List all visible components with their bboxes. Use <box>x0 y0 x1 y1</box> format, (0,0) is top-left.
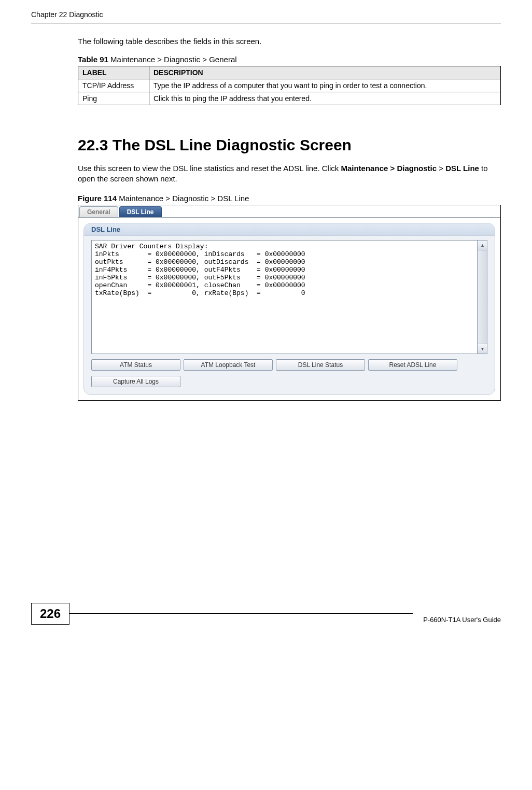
scroll-up-icon[interactable]: ▴ <box>478 241 487 250</box>
running-head: Chapter 22 Diagnostic <box>31 10 501 20</box>
footer-rule <box>69 613 413 614</box>
guide-name: P-660N-T1A User's Guide <box>413 616 501 625</box>
reset-adsl-line-button[interactable]: Reset ADSL Line <box>368 359 457 371</box>
body-part2: > <box>437 164 445 173</box>
body-bold2: DSL Line <box>445 164 479 173</box>
section-number: 22.3 <box>78 136 108 153</box>
panel-title: DSL Line <box>84 223 495 236</box>
header-rule <box>31 23 501 23</box>
table-91: LABEL DESCRIPTION TCP/IP Address Type th… <box>78 66 501 105</box>
log-textarea-wrap: SAR Driver Counters Display: inPkts = 0x… <box>91 240 487 354</box>
dsl-line-status-button[interactable]: DSL Line Status <box>276 359 365 371</box>
log-textarea[interactable]: SAR Driver Counters Display: inPkts = 0x… <box>91 240 477 354</box>
section-title: The DSL Line Diagnostic Screen <box>108 136 352 153</box>
table-row: Ping Click this to ping the IP address t… <box>78 92 501 105</box>
atm-status-button[interactable]: ATM Status <box>91 359 180 371</box>
page-number: 226 <box>31 603 69 625</box>
scroll-down-icon[interactable]: ▾ <box>478 344 487 354</box>
th-label: LABEL <box>78 66 149 79</box>
scrollbar[interactable]: ▴ ▾ <box>477 240 487 354</box>
cell-label: TCP/IP Address <box>78 79 149 92</box>
cell-label: Ping <box>78 92 149 105</box>
cell-desc: Click this to ping the IP address that y… <box>149 92 501 105</box>
intro-paragraph: The following table describes the fields… <box>78 37 501 46</box>
section-body: Use this screen to view the DSL line sta… <box>78 163 501 185</box>
tab-dsl-line[interactable]: DSL Line <box>119 206 162 217</box>
atm-loopback-test-button[interactable]: ATM Loopback Test <box>184 359 273 371</box>
body-bold1: Maintenance > Diagnostic <box>341 164 437 173</box>
table-caption-rest: Maintenance > Diagnostic > General <box>108 55 237 64</box>
capture-all-logs-button[interactable]: Capture All Logs <box>91 376 180 387</box>
th-description: DESCRIPTION <box>149 66 501 79</box>
screenshot-frame: General DSL Line DSL Line SAR Driver Cou… <box>78 205 501 401</box>
dsl-line-panel: DSL Line SAR Driver Counters Display: in… <box>83 223 495 395</box>
table-caption: Table 91 Maintenance > Diagnostic > Gene… <box>78 55 501 64</box>
figure-caption: Figure 114 Maintenance > Diagnostic > DS… <box>78 194 501 203</box>
table-row: TCP/IP Address Type the IP address of a … <box>78 79 501 92</box>
body-part1: Use this screen to view the DSL line sta… <box>78 164 341 173</box>
tab-row: General DSL Line <box>78 205 500 218</box>
cell-desc: Type the IP address of a computer that y… <box>149 79 501 92</box>
section-heading: 22.3 The DSL Line Diagnostic Screen <box>78 136 501 154</box>
tab-general[interactable]: General <box>79 206 118 217</box>
figure-number: Figure 114 <box>78 194 117 203</box>
figure-caption-rest: Maintenance > Diagnostic > DSL Line <box>117 194 249 203</box>
table-number: Table 91 <box>78 55 108 64</box>
